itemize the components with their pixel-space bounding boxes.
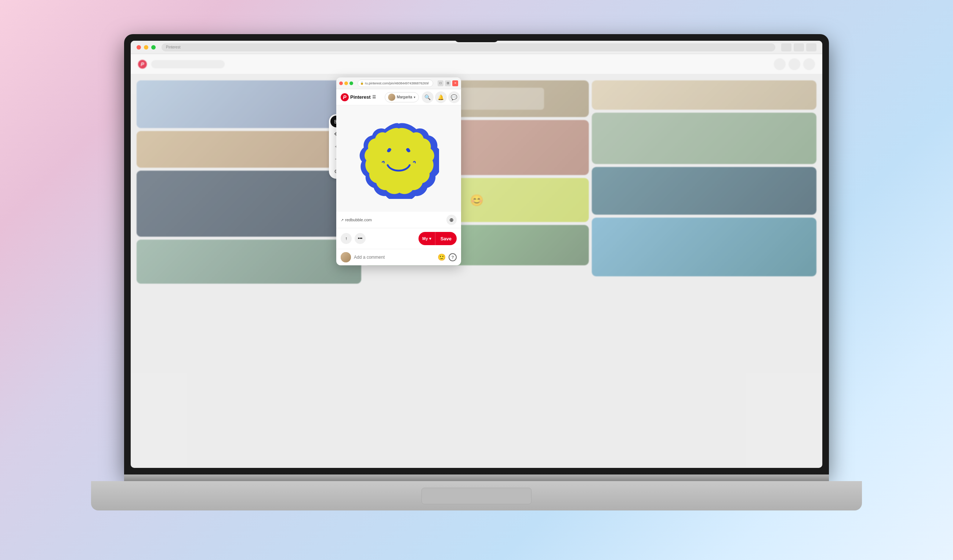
popup-url-bar[interactable]: 🔒 ru.pinterest.com/pin/46084497438687626…: [357, 80, 433, 87]
popup-minimize-dot[interactable]: [345, 81, 348, 85]
pinterest-menu-icon[interactable]: ☰: [372, 95, 376, 99]
pinterest-p-icon: P: [341, 93, 349, 101]
popup-browser-dots: [339, 81, 353, 85]
comment-area: 🙂 ?: [336, 249, 461, 265]
pin-source-link[interactable]: ↗ redbubble.com: [341, 218, 372, 222]
macos-btn-1[interactable]: [781, 43, 792, 51]
popup-btn-close[interactable]: ✕: [452, 81, 458, 86]
macos-address-bar[interactable]: Pinterest: [161, 43, 775, 51]
bg-pinterest-header: P: [131, 54, 822, 74]
macos-url: Pinterest: [166, 45, 180, 49]
help-icon: ?: [452, 255, 454, 259]
laptop-screen-bezel: Pinterest P: [124, 34, 829, 475]
pinterest-app-header: P Pinterest ☰ Margarita ▾ 🔍: [336, 89, 461, 105]
pinterest-header-icons: 🔍 🔔 💬 👤 ▾: [422, 92, 461, 103]
bg-pinterest-logo: P: [138, 60, 147, 68]
pinterest-logo: P Pinterest ☰: [341, 93, 376, 101]
popup-btn-fullscreen[interactable]: ⊡: [445, 81, 451, 86]
share-icon: ↑: [345, 236, 347, 241]
user-name: Margarita: [397, 95, 412, 99]
save-group: My ▾ Save: [419, 232, 457, 245]
pinterest-logo-text: Pinterest: [350, 94, 371, 100]
user-chevron: ▾: [414, 95, 416, 99]
emoji-picker-btn[interactable]: 🙂: [438, 253, 445, 261]
laptop-container: Pinterest P: [124, 34, 829, 526]
save-button[interactable]: Save: [435, 232, 457, 245]
bg-card: [137, 81, 361, 128]
macos-maximize-dot[interactable]: [151, 45, 156, 50]
bg-icon-1: [774, 58, 785, 70]
bg-card: [592, 81, 816, 110]
board-chevron: ▾: [429, 236, 431, 241]
popup-url-text: ru.pinterest.com/pin/46084497438687626​9…: [365, 81, 429, 85]
laptop-trackpad[interactable]: [421, 488, 532, 504]
help-button[interactable]: ?: [449, 253, 457, 261]
comment-input[interactable]: [354, 252, 435, 262]
popup-close-dot[interactable]: [339, 81, 343, 85]
bg-col-1: [137, 81, 361, 462]
bg-search-bar: [151, 60, 225, 68]
bg-card: [137, 240, 361, 284]
messages-icon-btn[interactable]: 💬: [448, 92, 460, 103]
macos-controls: [781, 43, 816, 51]
user-avatar: [388, 93, 395, 101]
macos-bar: Pinterest: [131, 41, 822, 54]
board-label: My: [422, 236, 428, 241]
notifications-icon-btn[interactable]: 🔔: [435, 92, 447, 103]
laptop-base: [91, 481, 862, 510]
macos-close-dot[interactable]: [137, 45, 141, 50]
pinterest-popup: 🔒 ru.pinterest.com/pin/46084497438687626…: [336, 78, 461, 265]
pin-image-area: [336, 105, 461, 212]
bg-card: [592, 113, 816, 164]
external-link-icon: ↗: [341, 218, 344, 222]
bg-card: [592, 218, 816, 276]
laptop-hinge: [124, 475, 829, 481]
popup-btn-share[interactable]: □: [438, 81, 444, 86]
macos-btn-2[interactable]: [794, 43, 804, 51]
bg-pinterest-content: P: [131, 54, 822, 468]
popup-browser-actions: □ ⊡ ✕: [438, 81, 458, 86]
more-icon: •••: [358, 236, 363, 241]
smiley-sticker-svg: [358, 118, 439, 199]
share-button[interactable]: ↑: [341, 233, 352, 244]
pin-actions-bar: ↑ ••• My ▾ Save: [336, 228, 461, 249]
bg-icon-2: [788, 58, 800, 70]
search-icon-btn[interactable]: 🔍: [422, 92, 433, 103]
macos-minimize-dot[interactable]: [144, 45, 148, 50]
source-domain: redbubble.com: [345, 218, 372, 222]
bg-masonry-grid: 😊: [131, 74, 822, 468]
laptop-notch: [455, 34, 498, 42]
search-visual-btn[interactable]: ⊕: [446, 215, 457, 225]
popup-maximize-dot[interactable]: [349, 81, 353, 85]
macos-btn-3[interactable]: [806, 43, 816, 51]
my-board-button[interactable]: My ▾: [419, 232, 435, 245]
pinterest-header-user[interactable]: Margarita ▾: [385, 92, 419, 102]
pin-source-bar: ↗ redbubble.com ⊕: [336, 212, 461, 228]
bg-card: [137, 171, 361, 237]
commenter-avatar: [341, 252, 351, 262]
bg-col-3: [592, 81, 816, 462]
laptop-screen: Pinterest P: [131, 41, 822, 468]
bg-card: [592, 167, 816, 215]
save-label: Save: [441, 236, 452, 242]
bg-header-icons: [774, 58, 815, 70]
bg-card: [137, 131, 361, 168]
popup-browser-bar: 🔒 ru.pinterest.com/pin/46084497438687626…: [336, 78, 461, 89]
bg-icon-3: [803, 58, 815, 70]
more-options-button[interactable]: •••: [355, 233, 366, 244]
